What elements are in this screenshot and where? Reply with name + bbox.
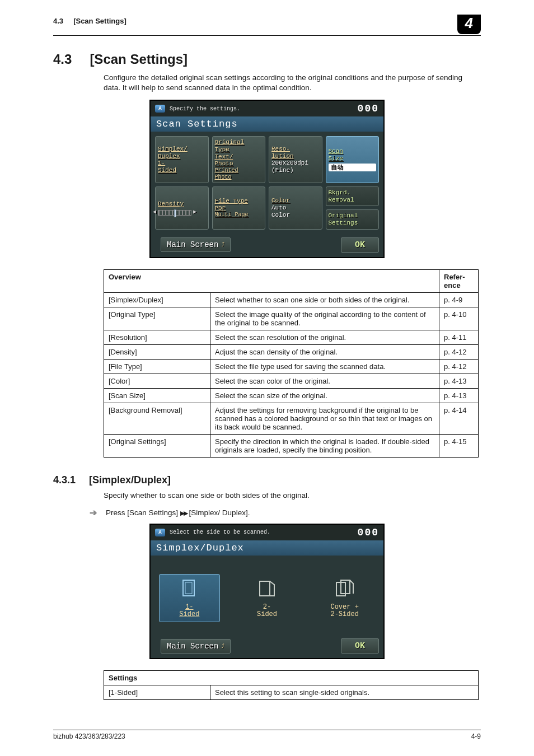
cell-desc: Select whether to scan one side or both … <box>210 292 439 307</box>
crumb-num: 4.3 <box>53 17 63 25</box>
page-double-icon <box>257 578 277 599</box>
up-arrow-icon: ⤴ <box>222 643 224 650</box>
cell-overview: [Resolution] <box>104 330 210 344</box>
cell-ref: p. 4-11 <box>439 330 479 344</box>
table-row: [Original Type]Select the image quality … <box>104 307 479 330</box>
svg-rect-1 <box>185 582 192 594</box>
cell-overview: [Background Removal] <box>104 403 210 434</box>
cell-ref: p. 4-14 <box>439 403 479 434</box>
status-icon: A <box>155 105 165 113</box>
opt-2-sided[interactable]: 2- Sided <box>238 578 296 618</box>
overview-table: Overview Refer-ence [Simplex/Duplex]Sele… <box>104 269 479 458</box>
tile-density[interactable]: Density <box>155 186 209 230</box>
table-row: [1-Sided]Select this setting to scan sin… <box>104 685 479 700</box>
cell-desc: Select the image quality of the original… <box>210 307 439 330</box>
cell-ref: p. 4-12 <box>439 344 479 359</box>
cell-ref: p. 4-10 <box>439 307 479 330</box>
cell-overview: [Simplex/Duplex] <box>104 292 210 307</box>
cell-desc: Adjust the settings for removing backgro… <box>210 403 439 434</box>
tile-color[interactable]: Color Auto Color <box>269 186 322 230</box>
cell-ref: p. 4-12 <box>439 359 479 374</box>
cell-overview: [Original Settings] <box>104 434 210 457</box>
table-row: [Color]Select the scan color of the orig… <box>104 374 479 388</box>
table-row: [Resolution]Select the scan resolution o… <box>104 330 479 344</box>
cell-overview: [File Type] <box>104 359 210 374</box>
cell-desc: Select the scan color of the original. <box>210 374 439 388</box>
counter: 000 <box>358 103 379 114</box>
ok-button[interactable]: OK <box>341 638 379 654</box>
instruction-text: Press [Scan Settings] ▶▶ [Simplex/ Duple… <box>106 508 250 517</box>
cell-overview: [Original Type] <box>104 307 210 330</box>
settings-table: Settings [1-Sided]Select this setting to… <box>104 670 479 700</box>
footer-model: bizhub 423/363/283/223 <box>53 732 125 740</box>
lcd-scan-settings: A Specify the settings. 000 Scan Setting… <box>149 100 385 258</box>
cell-ref: p. 4-9 <box>439 292 479 307</box>
th-settings: Settings <box>104 671 479 685</box>
opt-1-sided[interactable]: 1- Sided <box>159 574 220 622</box>
subsection-intro: Specify whether to scan one side or both… <box>104 491 481 501</box>
cell-desc: Select the scan resolution of the origin… <box>210 330 439 344</box>
lcd-title: Simplex/Duplex <box>151 540 383 556</box>
table-row: [Background Removal]Adjust the settings … <box>104 403 479 434</box>
counter: 000 <box>358 527 379 538</box>
cell-desc: Select the file type used for saving the… <box>210 359 439 374</box>
table-row: [Density]Adjust the scan density of the … <box>104 344 479 359</box>
subsection-title: [Simplex/Duplex] <box>89 474 171 486</box>
tile-scan-size[interactable]: Scan Size 自动 <box>326 136 380 183</box>
cell-desc: Adjust the scan density of the original. <box>210 344 439 359</box>
page-cover-icon <box>335 578 354 599</box>
cell-overview: [Density] <box>104 344 210 359</box>
cell-overview: [Color] <box>104 374 210 388</box>
footer-page: 4-9 <box>471 732 481 740</box>
subsection-num: 4.3.1 <box>53 474 76 486</box>
lcd-title: Scan Settings <box>151 116 383 132</box>
main-screen-button[interactable]: Main Screen ⤴ <box>161 237 231 252</box>
up-arrow-icon: ⤴ <box>222 241 224 248</box>
cell-ref: p. 4-13 <box>439 388 479 403</box>
tile-simplex-duplex[interactable]: Simplex/ Duplex 1- Sided <box>155 136 209 183</box>
arrow-right-icon: ➔ <box>90 507 97 518</box>
tile-file-type[interactable]: File Type PDF Multi Page <box>212 186 266 230</box>
section-intro: Configure the detailed original scan set… <box>104 73 481 93</box>
status-icon: A <box>155 529 165 536</box>
status-text: Select the side to be scanned. <box>170 529 270 535</box>
double-triangle-icon: ▶▶ <box>180 510 187 516</box>
tile-bkgrd-removal[interactable]: Bkgrd. Removal <box>326 186 380 206</box>
tile-original-settings[interactable]: Original Settings <box>326 209 380 229</box>
crumb-title: [Scan Settings] <box>73 17 127 25</box>
status-text: Specify the settings. <box>170 106 240 112</box>
cell-desc: Select this setting to scan single-sided… <box>210 685 479 700</box>
chapter-badge: 4 <box>457 15 481 34</box>
th-reference: Refer-ence <box>439 269 479 292</box>
tile-resolution[interactable]: Reso- lution 200x200dpi (Fine) <box>269 136 322 183</box>
density-slider-icon <box>158 210 191 216</box>
cell-desc: Specify the direction in which the origi… <box>210 434 439 457</box>
lcd-simplex-duplex: A Select the side to be scanned. 000 Sim… <box>149 524 385 659</box>
cell-ref: p. 4-13 <box>439 374 479 388</box>
page-single-icon <box>180 578 199 599</box>
svg-rect-2 <box>260 581 270 596</box>
main-screen-button[interactable]: Main Screen ⤴ <box>161 639 231 654</box>
ok-button[interactable]: OK <box>341 237 379 253</box>
cell-desc: Select the scan size of the original. <box>210 388 439 403</box>
table-row: [File Type]Select the file type used for… <box>104 359 479 374</box>
table-row: [Simplex/Duplex]Select whether to scan o… <box>104 292 479 307</box>
cell-ref: p. 4-15 <box>439 434 479 457</box>
section-num: 4.3 <box>53 52 72 67</box>
th-overview: Overview <box>104 269 439 292</box>
opt-cover-2-sided[interactable]: Cover + 2-Sided <box>316 578 373 618</box>
tile-original-type[interactable]: Original Type Text/ Photo Printed Photo <box>212 136 266 183</box>
cell-overview: [Scan Size] <box>104 388 210 403</box>
section-title: [Scan Settings] <box>90 52 188 67</box>
table-row: [Scan Size]Select the scan size of the o… <box>104 388 479 403</box>
cell-setting: [1-Sided] <box>104 685 210 700</box>
table-row: [Original Settings]Specify the direction… <box>104 434 479 457</box>
